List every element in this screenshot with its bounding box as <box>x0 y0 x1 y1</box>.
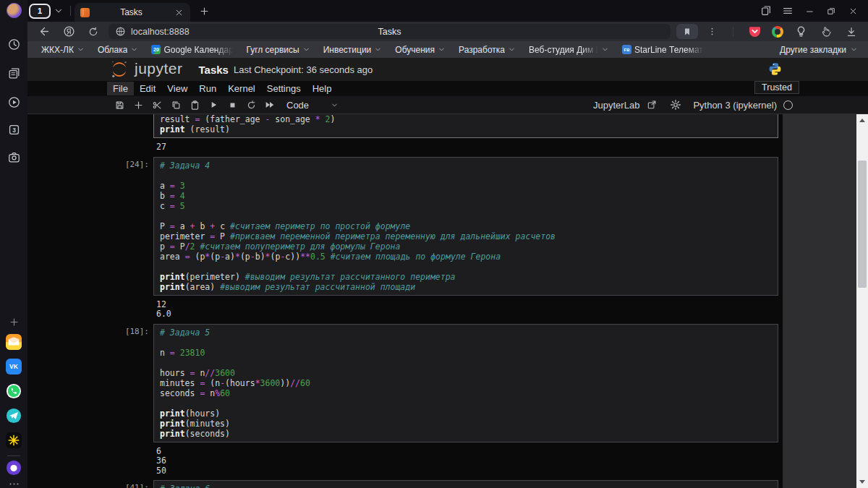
bookmark-label: Разработка <box>459 45 505 55</box>
bookmark-item[interactable]: FBStarLine Телемати <box>617 45 709 55</box>
bookmark-item[interactable]: Инвестиции <box>318 45 388 55</box>
checkpoint-status: Last Checkpoint: 36 seconds ago <box>234 64 373 75</box>
jupyter-menubar: FileEditViewRunKernelSettingsHelp Truste… <box>27 81 868 96</box>
bulb-extension-icon[interactable] <box>793 24 809 40</box>
more-dots-icon[interactable] <box>6 476 22 488</box>
vk-icon[interactable]: VK <box>6 359 22 374</box>
gear-icon[interactable] <box>669 97 682 113</box>
downloads-icon[interactable] <box>843 24 859 40</box>
tab-group-badge[interactable]: 1 <box>29 4 51 19</box>
menu-view[interactable]: View <box>161 82 193 95</box>
menu-file[interactable]: File <box>107 82 134 95</box>
paste-button[interactable] <box>185 98 204 112</box>
bookmark-label: ЖКХ-ЛК <box>41 45 74 55</box>
bookmark-item[interactable]: ЖКХ-ЛК <box>36 45 90 55</box>
chevron-down-icon <box>438 46 446 53</box>
bookmark-flag-button[interactable] <box>676 24 698 39</box>
other-bookmarks-button[interactable]: Другие закладки <box>780 45 868 55</box>
back-icon[interactable] <box>36 24 52 40</box>
new-tab-button[interactable] <box>196 3 212 19</box>
bookmark-item[interactable]: Веб-студия Дим Про <box>524 45 614 55</box>
screenshot-camera-icon[interactable] <box>0 147 27 166</box>
kernel-status-icon <box>783 100 793 110</box>
menu-kernel[interactable]: Kernel <box>222 82 261 95</box>
url-text: localhost:8888 <box>131 27 190 37</box>
code-cell: [24]:# Задача 4 a = 3b = 4c = 5 P = a + … <box>27 157 783 324</box>
notebook-panel: result = (father_age - son_age * 2)print… <box>27 114 868 488</box>
tab-close-icon[interactable] <box>173 4 184 20</box>
history-clock-icon[interactable] <box>0 35 27 53</box>
code-editor[interactable]: # Задача 5 n = 23810 hours = n//3600minu… <box>153 324 778 442</box>
panels-icon[interactable] <box>758 3 774 19</box>
menu-settings[interactable]: Settings <box>261 82 307 95</box>
browser-menu-icon[interactable] <box>780 3 796 19</box>
add-button[interactable] <box>129 98 148 112</box>
python-logo-icon <box>767 61 783 77</box>
add-panel-icon[interactable] <box>0 312 27 331</box>
alice-icon[interactable] <box>6 460 22 476</box>
notebook-title[interactable]: Tasks <box>199 64 229 76</box>
profile-avatar[interactable] <box>7 3 22 18</box>
window-close-button[interactable] <box>845 3 861 19</box>
cut-button[interactable] <box>148 98 166 112</box>
kebab-menu-icon[interactable] <box>704 24 720 40</box>
bookmark-item[interactable]: Разработка <box>454 45 521 55</box>
video-play-icon[interactable] <box>0 93 27 111</box>
menu-run[interactable]: Run <box>193 82 222 95</box>
jupyterlab-link[interactable]: JupyterLab <box>593 100 639 111</box>
external-link-icon[interactable] <box>646 97 657 113</box>
code-editor[interactable]: # Задача 6 <box>153 480 778 488</box>
scrollbar[interactable] <box>856 114 868 488</box>
run-button[interactable] <box>204 98 223 112</box>
spark-app-icon[interactable] <box>6 432 22 448</box>
reload-icon[interactable] <box>85 24 101 40</box>
bookmark-item[interactable]: Гугл сервисы <box>241 45 315 55</box>
chevron-down-icon <box>508 46 516 53</box>
cell-output: 63650 <box>156 447 783 476</box>
other-bookmarks-label: Другие закладки <box>780 45 846 55</box>
window-minimize-button[interactable] <box>801 3 817 19</box>
trusted-badge[interactable]: Trusted <box>754 81 799 94</box>
messenger-icon[interactable] <box>6 408 22 424</box>
scrollbar-thumb[interactable] <box>858 160 867 288</box>
yandex-search-icon[interactable] <box>61 24 77 40</box>
kernel-name[interactable]: Python 3 (ipykernel) <box>693 100 777 111</box>
scroll-down-icon[interactable] <box>859 480 865 484</box>
bookmark-item[interactable]: Облака <box>93 45 144 55</box>
jupyter-logo-icon[interactable] <box>110 60 129 79</box>
tab-tasks[interactable]: Tasks <box>75 3 190 22</box>
site-globe-icon <box>114 26 126 38</box>
code-editor[interactable]: result = (father_age - son_age * 2)print… <box>153 114 778 138</box>
feed-cards-icon[interactable] <box>0 64 27 82</box>
tab-group-chevron-icon[interactable] <box>51 3 67 19</box>
tabs-counter-icon[interactable]: 3 <box>0 120 27 139</box>
whatsapp-icon[interactable] <box>6 383 22 399</box>
stop-button[interactable] <box>223 98 242 112</box>
url-field[interactable]: localhost:8888 Tasks <box>109 24 671 39</box>
notebook-right-gutter <box>783 114 856 488</box>
save-button[interactable] <box>110 98 129 112</box>
chevron-down-icon <box>850 46 858 53</box>
bookmark-item[interactable]: 20Google Календарь <box>146 45 238 55</box>
cell-type-dropdown[interactable]: Code <box>286 97 339 113</box>
menu-help[interactable]: Help <box>307 82 338 95</box>
scroll-up-icon[interactable] <box>859 119 865 122</box>
window-restore-button[interactable] <box>823 3 839 19</box>
cell-output: 27 <box>156 142 783 153</box>
bookmark-item[interactable]: Обучения <box>390 45 451 55</box>
browser-window: 3 VK 1 Tasks localhost:8888 <box>0 0 868 488</box>
cell-main: # Задача 5 n = 23810 hours = n//3600minu… <box>153 324 783 481</box>
gesture-extension-icon[interactable] <box>818 24 834 40</box>
divider <box>733 27 733 37</box>
restart-button[interactable] <box>242 98 260 112</box>
color-ring-extension-icon[interactable] <box>772 26 783 38</box>
menu-edit[interactable]: Edit <box>134 82 161 95</box>
code-editor[interactable]: # Задача 4 a = 3b = 4c = 5 P = a + b + c… <box>153 157 778 296</box>
yandex-mail-icon[interactable] <box>6 334 22 350</box>
fast-forward-button[interactable] <box>260 98 279 112</box>
calendar-favicon: 20 <box>151 45 161 54</box>
copy-button[interactable] <box>166 98 185 112</box>
divider <box>70 6 71 16</box>
execution-count <box>27 114 153 157</box>
pocket-extension-icon[interactable] <box>746 24 762 40</box>
